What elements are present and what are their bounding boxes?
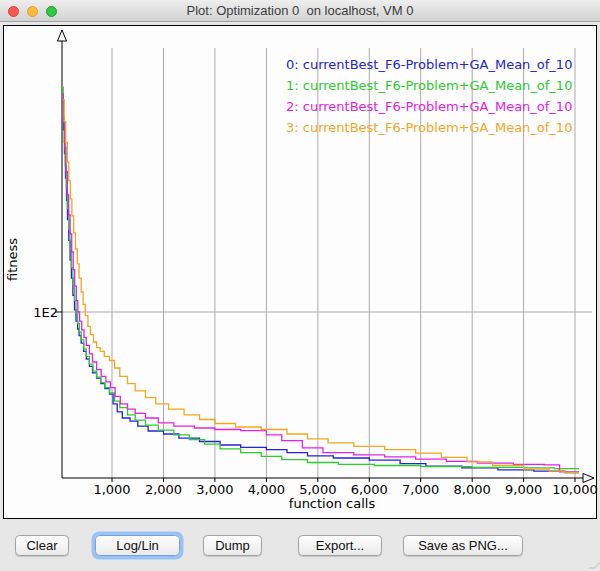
legend-item: 2: currentBest_F6-Problem+GA_Mean_of_10 [286, 96, 572, 117]
y-axis-arrow-icon [58, 30, 67, 41]
plot-canvas[interactable]: 0: currentBest_F6-Problem+GA_Mean_of_101… [3, 25, 597, 519]
legend-item: 3: currentBest_F6-Problem+GA_Mean_of_10 [286, 117, 572, 138]
export-button[interactable]: Export... [298, 535, 382, 556]
legend-item: 0: currentBest_F6-Problem+GA_Mean_of_10 [286, 54, 572, 75]
log-lin-button[interactable]: Log/Lin [95, 535, 180, 556]
chart-legend: 0: currentBest_F6-Problem+GA_Mean_of_101… [286, 54, 572, 138]
y-axis-label: fitness [5, 200, 20, 320]
y-tick-label: 1E2 [30, 305, 58, 320]
x-tick-label: 10,000 [545, 482, 600, 497]
series-line [62, 94, 579, 472]
series-line [63, 100, 579, 473]
dump-button[interactable]: Dump [203, 535, 262, 556]
save-as-png-button[interactable]: Save as PNG... [403, 535, 523, 556]
series-line [62, 87, 579, 468]
x-axis-label: function calls [232, 496, 432, 511]
clear-button[interactable]: Clear [15, 535, 69, 556]
title-bar[interactable]: Plot: Optimization 0 on localhost, VM 0 [0, 0, 600, 22]
button-bar: Clear Log/Lin Dump Export... Save as PNG… [0, 519, 600, 571]
window-title: Plot: Optimization 0 on localhost, VM 0 [0, 3, 600, 18]
series-line [62, 100, 579, 473]
legend-item: 1: currentBest_F6-Problem+GA_Mean_of_10 [286, 75, 572, 96]
